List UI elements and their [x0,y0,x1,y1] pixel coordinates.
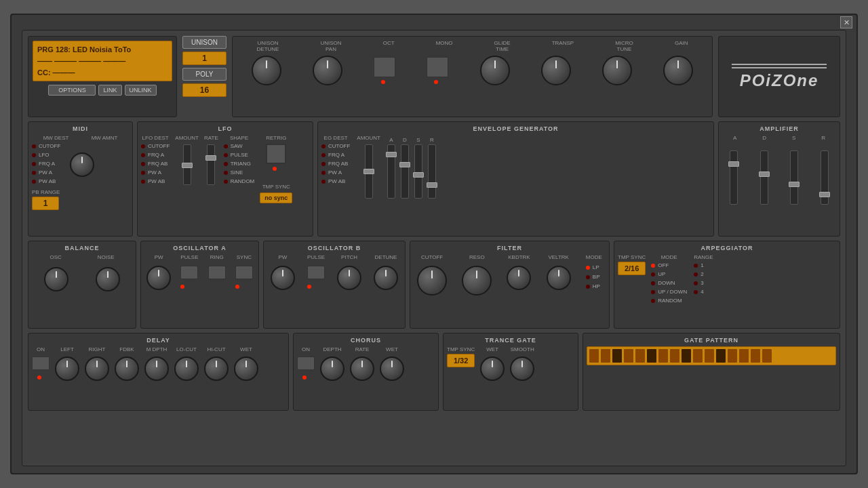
filter-veltrk-knob[interactable] [547,266,571,290]
osc-a-pulse-btn[interactable] [180,266,198,279]
link-button[interactable]: LINK [98,85,121,96]
transp-knob[interactable] [541,56,571,85]
glide-time-knob[interactable] [480,56,510,85]
lfo-amount-slider[interactable] [183,144,191,185]
env-s-slider[interactable] [414,144,422,199]
delay-wet-knob[interactable] [234,357,258,381]
osc-balance-knob[interactable] [44,267,68,291]
micro-tune-knob[interactable] [602,56,632,85]
chorus-wet-knob[interactable] [380,357,404,381]
gate-cell-2[interactable] [612,349,622,363]
env-a-slider[interactable] [387,144,395,199]
no-sync-button[interactable]: no sync [260,192,292,203]
unison-poly-section: UNISON 1 POLY 16 [182,36,226,117]
chorus-depth-knob[interactable] [320,357,344,381]
osc-a-section: OSCILLATOR A PW PULSE RING [140,241,259,329]
gate-cell-15[interactable] [762,349,772,363]
trance-smooth-knob[interactable] [510,357,534,381]
osc-a-sync-btn[interactable] [235,266,253,279]
unison-button[interactable]: UNISON [182,36,226,49]
oct-button[interactable] [374,57,395,77]
delay-fdbk-knob[interactable] [115,357,139,381]
amp-a-label: A [733,135,736,141]
amplifier-section: AMPLIFIER A D S R [718,121,840,237]
delay-hicut-knob[interactable] [204,357,229,381]
filter-kbdtrk-knob[interactable] [507,266,531,290]
logo-section: POiZOne [718,36,840,117]
cutoff-label-midi: CUTOFF [39,143,60,149]
gate-cell-11[interactable] [716,349,726,363]
gate-cell-13[interactable] [739,349,749,363]
amp-s-slider[interactable] [790,150,798,205]
chorus-on-btn[interactable] [297,357,315,370]
delay-locut-knob[interactable] [174,357,199,381]
osc-a-sync-label: SYNC [235,254,253,260]
unison-detune-label2: DETUNE [257,46,279,52]
trance-wet-knob[interactable] [480,357,505,381]
midi-title: MIDI [32,125,129,132]
retrig-button[interactable] [266,144,286,164]
amp-r-slider[interactable] [821,150,829,205]
gate-cell-4[interactable] [635,349,645,363]
gate-cell-14[interactable] [751,349,760,363]
gate-cell-1[interactable] [601,349,610,363]
random-arp: RANDOM [658,298,682,304]
gate-cell-10[interactable] [705,349,714,363]
filter-reso-label: RESO [462,254,492,260]
osc-a-ring-btn[interactable] [208,266,226,279]
chorus-rate-knob[interactable] [350,357,374,381]
options-button[interactable]: OPTIONS [48,85,96,96]
mw-amnt-knob[interactable] [70,152,94,177]
gain-knob[interactable] [663,56,693,85]
gate-cell-8[interactable] [682,349,691,363]
top-row: PRG 128: LED Noisia ToTo —— ——— ——— ——— … [28,36,840,117]
amp-a-slider[interactable] [730,150,738,205]
osc-b-section: OSCILLATOR B PW PULSE PITCH [263,241,406,329]
gate-cell-0[interactable] [589,349,599,363]
pwab-led-lfo [141,180,145,184]
osc-b-pitch-knob[interactable] [337,266,361,290]
lfo-rate-slider[interactable] [207,144,215,185]
gate-cell-5[interactable] [647,349,656,363]
filter-reso-knob[interactable] [462,266,492,296]
osc-a-pw-knob[interactable] [146,266,171,290]
env-d-slider[interactable] [401,144,409,199]
delay-right-knob[interactable] [85,357,109,381]
delay-on-btn[interactable] [32,357,50,370]
dash-line: —— ——— ——— ——— [37,57,167,65]
pwa-led-midi [32,171,36,175]
gate-pattern-display[interactable] [587,346,836,365]
balance-title: BALANCE [32,245,132,251]
lfo-dest-label: LFO DEST [141,135,170,141]
noise-balance-knob[interactable] [96,267,120,291]
osc-b-detune-knob[interactable] [374,266,398,290]
amp-d-slider[interactable] [760,150,768,205]
trance-tmp-sync-label: TMP SYNC [447,346,475,352]
filter-cutoff-knob[interactable] [417,266,447,296]
updown-led-arp [651,290,655,294]
close-button[interactable]: ✕ [840,16,852,28]
unison-pan-knob[interactable] [313,56,342,85]
osc-b-pulse-btn[interactable] [307,266,325,279]
gate-cell-9[interactable] [693,349,703,363]
gate-cell-12[interactable] [728,349,737,363]
delay-mdpth-knob[interactable] [144,357,169,381]
updown-arp: UP / DOWN [658,289,687,295]
pwab-lfo: PW AB [148,178,165,184]
gate-cell-3[interactable] [624,349,633,363]
delay-left-knob[interactable] [55,357,79,381]
hp-led [586,285,590,289]
gate-cell-7[interactable] [670,349,679,363]
sine-label: SINE [231,169,243,176]
env-amount-slider[interactable] [365,144,373,199]
gate-cell-6[interactable] [658,349,668,363]
poly-button[interactable]: POLY [182,68,226,81]
lfo-section: LFO LFO DEST CUTOFF FRQ A FRQ AB PW A PW… [137,121,313,237]
env-r-slider[interactable] [428,144,436,199]
chorus-section: CHORUS ON DEPTH RATE [293,333,439,411]
osc-b-pw-knob[interactable] [271,266,295,290]
unlink-button[interactable]: UNLINK [125,85,157,96]
mono-button[interactable] [427,57,448,77]
unison-detune-knob[interactable] [252,56,281,85]
bp-label: BP [593,274,600,280]
